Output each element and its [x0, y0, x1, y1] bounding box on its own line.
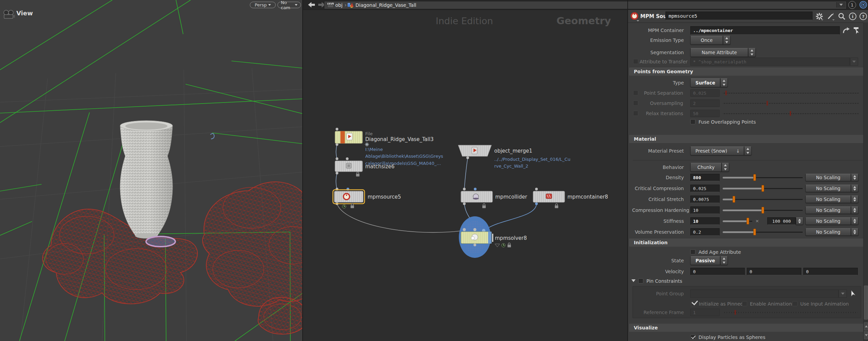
output-connector[interactable]: [463, 202, 466, 205]
display-particles-checkbox[interactable]: [690, 335, 695, 340]
radial-menu-icon[interactable]: [859, 1, 867, 9]
behavior-spinner[interactable]: [722, 163, 729, 172]
node-mpmcollider[interactable]: mpmcollider: [461, 188, 527, 208]
brush-icon[interactable]: [826, 12, 835, 20]
fuse-overlapping-checkbox[interactable]: [690, 119, 695, 124]
viewport-pane[interactable]: View Persp No cam: [0, 0, 303, 341]
node-matchsize[interactable]: matchsize6: [335, 157, 395, 176]
point-group-input[interactable]: [690, 290, 839, 298]
volume-preservation-slider-handle[interactable]: [753, 229, 756, 235]
type-spinner[interactable]: [720, 78, 728, 87]
volume-preservation-input[interactable]: 0.2: [690, 228, 720, 236]
reference-frame-slider[interactable]: [723, 312, 858, 313]
initialize-as-pinned-checkbox[interactable]: [691, 301, 696, 306]
critical-stretch-input[interactable]: 0.0075: [690, 196, 720, 203]
select-operator-icon[interactable]: [852, 27, 861, 35]
compression-hardening-scale-spinner[interactable]: [851, 206, 858, 214]
critical-stretch-scale-dropdown[interactable]: No Scaling: [805, 196, 851, 203]
jump-to-operator-icon[interactable]: [842, 27, 850, 34]
stiffness-slider-handle[interactable]: [746, 218, 749, 224]
scroll-down-button[interactable]: [864, 331, 868, 339]
breadcrumb[interactable]: obj › Diagonal_Ridge_Vase_Tall: [324, 1, 847, 9]
oversampling-input[interactable]: 2: [690, 99, 720, 107]
input-connector[interactable]: [463, 188, 466, 190]
oversampling-slider[interactable]: [723, 103, 859, 104]
point-separation-checkbox[interactable]: [633, 90, 638, 95]
node-object-merge[interactable]: object_merge1 ../../Product_Display_Set_…: [458, 145, 570, 169]
compression-hardening-input[interactable]: 10: [690, 206, 720, 214]
critical-compression-slider-track[interactable]: [763, 188, 803, 189]
mpm-container-input[interactable]: ../mpmcontainer: [690, 26, 840, 35]
scroll-up-button[interactable]: [864, 322, 868, 330]
breadcrumb-root[interactable]: obj: [335, 2, 342, 8]
type-dropdown[interactable]: Surface: [690, 78, 720, 87]
material-preset-spinner[interactable]: [744, 146, 752, 155]
velocity-x-input[interactable]: 0: [690, 268, 745, 275]
volume-preservation-slider-track[interactable]: [755, 232, 803, 233]
critical-compression-scale-dropdown[interactable]: No Scaling: [805, 185, 851, 192]
critical-compression-scale-spinner[interactable]: [851, 185, 858, 192]
search-icon[interactable]: [838, 12, 846, 20]
pane-divider[interactable]: [627, 0, 628, 341]
compression-hardening-scale-dropdown[interactable]: No Scaling: [805, 206, 851, 214]
node-file[interactable]: File Diagonal_Ridge_Vase_Tall3 I:\Meine …: [335, 128, 443, 166]
critical-stretch-scale-spinner[interactable]: [851, 196, 858, 203]
gear-icon[interactable]: [815, 12, 823, 20]
volume-preservation-scale-spinner[interactable]: [851, 228, 858, 236]
oversampling-checkbox[interactable]: [633, 100, 638, 106]
use-input-animation-checkbox[interactable]: [792, 301, 798, 306]
node-mpmsolver[interactable]: mpmsolver8: [459, 216, 527, 258]
network-editor-pane[interactable]: Indie Edition Geometry: [303, 0, 628, 341]
velocity-y-input[interactable]: 0: [747, 268, 801, 275]
input-connector[interactable]: [463, 228, 466, 231]
node-mpmsource[interactable]: mpmsource5: [333, 188, 401, 208]
segmentation-dropdown[interactable]: Name Attribute: [690, 48, 748, 57]
behavior-dropdown[interactable]: Chunky: [690, 163, 722, 172]
relax-iterations-input[interactable]: 50: [690, 110, 720, 117]
input-connector[interactable]: [336, 128, 338, 130]
compression-hardening-slider-handle[interactable]: [761, 207, 764, 214]
reference-frame-input[interactable]: 1: [690, 309, 720, 316]
volume-preservation-slider[interactable]: [723, 231, 755, 233]
stiffness-multiplier-input[interactable]: 100 000: [767, 217, 796, 225]
camera-projection-menu[interactable]: Persp: [250, 2, 276, 8]
stiffness-multiplier-spinner[interactable]: [796, 217, 803, 225]
breadcrumb-current[interactable]: Diagonal_Ridge_Vase_Tall: [355, 2, 416, 8]
density-scale-spinner[interactable]: [851, 174, 858, 181]
point-separation-slider[interactable]: [723, 93, 859, 94]
critical-compression-slider-handle[interactable]: [761, 185, 764, 192]
info-icon[interactable]: i: [849, 12, 857, 20]
critical-stretch-slider-track[interactable]: [734, 199, 803, 200]
path-history-button[interactable]: [836, 2, 846, 7]
section-material[interactable]: Material: [629, 135, 867, 143]
node-mpmcontainer[interactable]: mpmcontainer8: [533, 188, 608, 208]
attribute-to-transfer-input[interactable]: * ^shop_materialpath: [690, 58, 850, 66]
density-input[interactable]: 800: [690, 174, 720, 181]
density-slider[interactable]: [723, 177, 755, 179]
critical-compression-slider[interactable]: [723, 188, 763, 189]
point-group-menu-button[interactable]: [839, 290, 847, 298]
point-separation-input[interactable]: 0.025: [690, 89, 720, 97]
pane-divider[interactable]: [302, 0, 303, 341]
input-connector-blue[interactable]: [474, 188, 477, 190]
output-connector[interactable]: [473, 244, 476, 246]
emission-type-dropdown[interactable]: Once: [690, 36, 723, 45]
output-connector[interactable]: [336, 172, 338, 174]
compression-hardening-slider-track[interactable]: [763, 210, 803, 211]
input-connector[interactable]: [336, 157, 338, 160]
density-slider-handle[interactable]: [753, 174, 756, 181]
state-dropdown[interactable]: Passive: [690, 256, 720, 265]
stiffness-scale-spinner[interactable]: [851, 217, 858, 225]
history-back-button[interactable]: [307, 1, 316, 9]
output-connector[interactable]: [466, 156, 469, 159]
input-connector[interactable]: [346, 157, 349, 160]
desktop-indicator[interactable]: 1: [848, 1, 856, 9]
help-icon[interactable]: ?: [859, 12, 867, 20]
attribute-to-transfer-checkbox[interactable]: [633, 59, 638, 64]
select-geometry-icon[interactable]: [850, 290, 857, 297]
section-points-from-geometry[interactable]: Points from Geometry: [629, 67, 867, 76]
relax-iterations-checkbox[interactable]: [633, 111, 638, 116]
velocity-z-input[interactable]: 0: [803, 268, 858, 275]
critical-stretch-slider-handle[interactable]: [733, 196, 735, 203]
section-visualize[interactable]: Visualize: [629, 324, 867, 332]
